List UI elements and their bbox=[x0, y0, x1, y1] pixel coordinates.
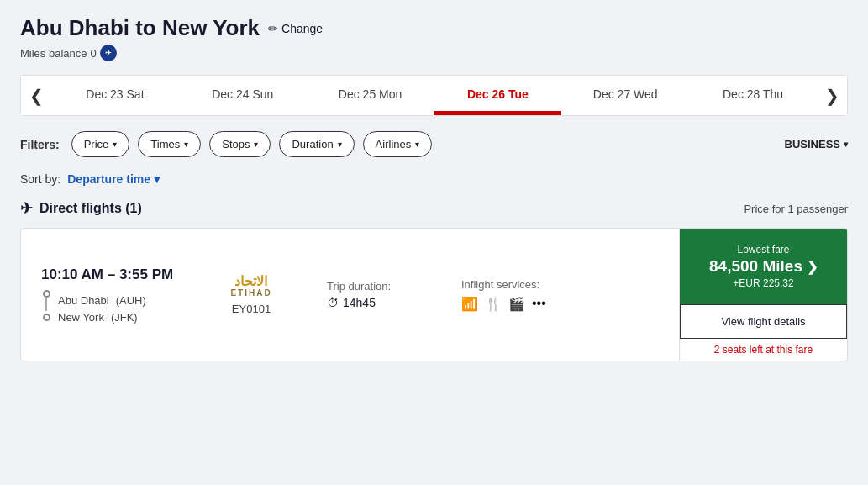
date-dec27[interactable]: Dec 27 Wed bbox=[561, 76, 689, 115]
route-text: Abu Dhabi to New York bbox=[20, 15, 260, 41]
route-title: Abu Dhabi to New York ✏ Change bbox=[20, 15, 848, 41]
direct-flights-title: ✈ Direct flights (1) bbox=[20, 199, 142, 218]
filter-times[interactable]: Times ▾ bbox=[138, 131, 201, 157]
flight-card: 10:10 AM – 3:55 PM Abu Dhabi (AUH) bbox=[20, 228, 848, 361]
filter-price[interactable]: Price ▾ bbox=[71, 131, 130, 157]
trip-duration-value: ⏱ 14h45 bbox=[327, 296, 428, 309]
airline-logo: الاتحاد ETIHAD bbox=[230, 275, 271, 298]
more-icon: ••• bbox=[532, 296, 546, 311]
dest-dot bbox=[43, 314, 50, 321]
filter-airlines[interactable]: Airlines ▾ bbox=[363, 131, 433, 157]
airline-section: الاتحاد ETIHAD EY0101 bbox=[209, 275, 293, 315]
lowest-fare-label: Lowest fare bbox=[737, 244, 789, 256]
plane-icon: ✈ bbox=[20, 199, 33, 218]
sort-value[interactable]: Departure time ▾ bbox=[67, 172, 160, 186]
section-header: ✈ Direct flights (1) Price for 1 passeng… bbox=[20, 199, 848, 218]
miles-balance: Miles balance 0 ✈ bbox=[20, 45, 848, 61]
origin-code: (AUH) bbox=[116, 294, 146, 307]
route-line bbox=[45, 298, 47, 311]
route-dots: Abu Dhabi (AUH) New York (JFK) bbox=[41, 290, 176, 324]
flight-number: EY0101 bbox=[232, 303, 271, 315]
inflight-icons: 📶 🍴 🎬 ••• bbox=[461, 296, 571, 312]
eur-value: +EUR 225.32 bbox=[733, 277, 793, 289]
filter-business[interactable]: BUSINESS ▾ bbox=[785, 138, 848, 150]
origin-city: Abu Dhabi (AUH) bbox=[41, 290, 176, 311]
chevron-down-icon: ▾ bbox=[154, 172, 160, 186]
airline-arabic: الاتحاد bbox=[234, 275, 267, 288]
change-link[interactable]: ✏ Change bbox=[268, 22, 323, 35]
price-panel: Lowest fare 84,500 Miles ❯ +EUR 225.32 V… bbox=[679, 229, 847, 361]
filter-stops[interactable]: Stops ▾ bbox=[209, 131, 271, 157]
filters-label: Filters: bbox=[20, 138, 60, 151]
price-per-passenger: Price for 1 passenger bbox=[744, 203, 848, 215]
sort-label: Sort by: bbox=[20, 172, 60, 186]
flight-times-section: 10:10 AM – 3:55 PM Abu Dhabi (AUH) bbox=[41, 266, 176, 324]
date-dec24[interactable]: Dec 24 Sun bbox=[179, 76, 307, 115]
origin-dot bbox=[43, 290, 50, 298]
chevron-down-icon: ▾ bbox=[113, 140, 117, 149]
clock-icon: ⏱ bbox=[327, 296, 339, 309]
header-section: Abu Dhabi to New York ✏ Change Miles bal… bbox=[20, 15, 848, 61]
wifi-icon: 📶 bbox=[461, 296, 478, 312]
chevron-down-icon: ▾ bbox=[844, 140, 848, 149]
chevron-down-icon: ▾ bbox=[338, 140, 342, 149]
inflight-section: Inflight services: 📶 🍴 🎬 ••• bbox=[461, 278, 571, 312]
inflight-label: Inflight services: bbox=[461, 278, 571, 291]
date-dec28[interactable]: Dec 28 Thu bbox=[689, 76, 817, 115]
meal-icon: 🍴 bbox=[485, 296, 502, 312]
date-dec23[interactable]: Dec 23 Sat bbox=[51, 76, 179, 115]
next-date-arrow[interactable]: ❯ bbox=[817, 76, 847, 115]
arrow-right-icon: ❯ bbox=[807, 259, 818, 275]
dest-code: (JFK) bbox=[111, 311, 138, 324]
filters-row: Filters: Price ▾ Times ▾ Stops ▾ Duratio… bbox=[20, 131, 848, 157]
chevron-down-icon: ▾ bbox=[415, 140, 419, 149]
flight-time: 10:10 AM – 3:55 PM bbox=[41, 266, 176, 283]
airline-english: ETIHAD bbox=[230, 288, 271, 298]
trip-duration-section: Trip duration: ⏱ 14h45 bbox=[327, 280, 428, 309]
chevron-down-icon: ▾ bbox=[254, 140, 258, 149]
trip-duration-label: Trip duration: bbox=[327, 280, 428, 293]
dates-row: Dec 23 Sat Dec 24 Sun Dec 25 Mon Dec 26 … bbox=[51, 76, 817, 115]
date-dec26[interactable]: Dec 26 Tue bbox=[434, 76, 561, 115]
miles-icon: ✈ bbox=[100, 45, 117, 61]
date-nav: ❮ Dec 23 Sat Dec 24 Sun Dec 25 Mon Dec 2… bbox=[20, 75, 848, 116]
miles-value: 84,500 Miles ❯ bbox=[709, 257, 818, 276]
date-dec25[interactable]: Dec 25 Mon bbox=[307, 76, 434, 115]
filter-duration[interactable]: Duration ▾ bbox=[279, 131, 354, 157]
prev-date-arrow[interactable]: ❮ bbox=[21, 76, 51, 115]
seats-left: 2 seats left at this fare bbox=[680, 339, 847, 361]
lowest-fare-button[interactable]: Lowest fare 84,500 Miles ❯ +EUR 225.32 bbox=[680, 229, 847, 304]
chevron-down-icon: ▾ bbox=[184, 140, 188, 149]
dest-city: New York (JFK) bbox=[41, 311, 176, 324]
sort-row: Sort by: Departure time ▾ bbox=[20, 172, 848, 186]
origin-name: Abu Dhabi bbox=[58, 294, 109, 307]
entertainment-icon: 🎬 bbox=[508, 296, 525, 312]
flight-main: 10:10 AM – 3:55 PM Abu Dhabi (AUH) bbox=[21, 229, 679, 361]
dest-name: New York bbox=[58, 311, 104, 324]
view-details-button[interactable]: View flight details bbox=[680, 304, 847, 339]
pencil-icon: ✏ bbox=[268, 22, 278, 35]
